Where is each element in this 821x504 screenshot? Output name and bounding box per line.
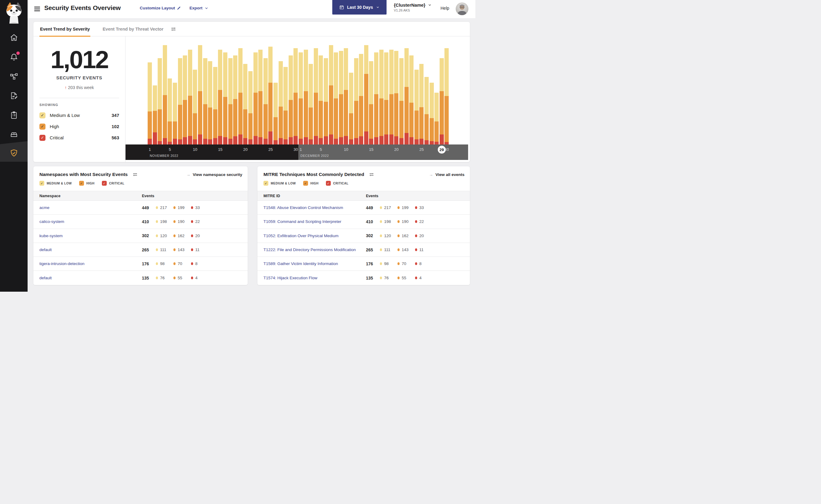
tab-event-trend-by-severity[interactable]: Event Trend by Severity bbox=[39, 22, 90, 36]
date-range-button[interactable]: Last 30 Days bbox=[332, 0, 387, 15]
stacked-bar-day-nov-26[interactable] bbox=[274, 83, 278, 144]
stacked-bar-day-dec-26[interactable] bbox=[424, 77, 429, 144]
severity-checkbox[interactable]: ✓ bbox=[39, 181, 44, 186]
stacked-bar-day-dec-30[interactable] bbox=[444, 48, 449, 144]
stacked-bar-day-nov-5[interactable] bbox=[168, 78, 172, 145]
stacked-bar-day-dec-14[interactable] bbox=[364, 45, 368, 144]
stacked-bar-day-dec-16[interactable] bbox=[374, 52, 378, 144]
stacked-bar-day-dec-23[interactable] bbox=[409, 55, 414, 145]
stacked-bar-day-nov-7[interactable] bbox=[178, 58, 182, 144]
stacked-bar-day-dec-13[interactable] bbox=[359, 54, 363, 144]
severity-checkbox[interactable]: ✓ bbox=[303, 181, 308, 186]
sidebar-item-service-graph[interactable] bbox=[0, 67, 28, 86]
stacked-bar-day-dec-17[interactable] bbox=[379, 50, 384, 145]
mitre-settings-button[interactable] bbox=[369, 172, 374, 177]
chart-plot[interactable] bbox=[125, 36, 470, 144]
mitre-technique-link[interactable]: T1589: Gather Victim Identity Informatio… bbox=[258, 261, 366, 266]
customize-layout-button[interactable]: Customize Layout bbox=[140, 6, 181, 10]
mitre-technique-link[interactable]: T1059: Command and Scripting Interpreter bbox=[258, 219, 366, 224]
stacked-bar-day-dec-1[interactable] bbox=[299, 52, 303, 144]
stacked-bar-day-dec-24[interactable] bbox=[414, 70, 419, 144]
stacked-bar-day-nov-18[interactable] bbox=[233, 55, 238, 144]
sidebar-item-threat-defense[interactable] bbox=[0, 144, 28, 162]
stacked-bar-day-dec-28[interactable] bbox=[434, 93, 439, 144]
sidebar-item-policies[interactable] bbox=[0, 86, 28, 105]
stacked-bar-day-dec-11[interactable] bbox=[349, 73, 353, 144]
trend-settings-button[interactable] bbox=[171, 26, 176, 32]
user-avatar[interactable] bbox=[456, 2, 468, 15]
severity-checkbox[interactable]: ✓ bbox=[79, 181, 84, 186]
severity-checkbox[interactable]: ✓ bbox=[326, 181, 331, 186]
stacked-bar-day-nov-27[interactable] bbox=[279, 61, 283, 144]
stacked-bar-day-nov-30[interactable] bbox=[294, 48, 298, 144]
severity-checkbox[interactable]: ✓ bbox=[39, 135, 45, 141]
sidebar-item-home[interactable] bbox=[0, 28, 28, 47]
stacked-bar-day-dec-2[interactable] bbox=[304, 50, 308, 145]
severity-checkbox[interactable]: ✓ bbox=[39, 112, 45, 118]
stacked-bar-day-dec-20[interactable] bbox=[394, 51, 398, 144]
stacked-bar-day-dec-21[interactable] bbox=[399, 58, 404, 144]
stacked-bar-day-nov-10[interactable] bbox=[193, 70, 197, 144]
namespace-link[interactable]: default bbox=[33, 247, 142, 252]
stacked-bar-day-dec-10[interactable] bbox=[344, 48, 348, 144]
stacked-bar-day-dec-3[interactable] bbox=[309, 64, 313, 144]
sidebar-item-alerts[interactable] bbox=[0, 47, 28, 67]
stacked-bar-day-nov-2[interactable] bbox=[153, 85, 157, 144]
severity-checkbox[interactable]: ✓ bbox=[39, 124, 45, 130]
stacked-bar-day-nov-23[interactable] bbox=[258, 50, 263, 145]
namespace-link[interactable]: default bbox=[33, 276, 142, 280]
stacked-bar-day-nov-3[interactable] bbox=[158, 58, 162, 144]
stacked-bar-day-nov-6[interactable] bbox=[173, 83, 177, 144]
namespaces-settings-button[interactable] bbox=[132, 172, 138, 177]
stacked-bar-day-nov-17[interactable] bbox=[228, 58, 233, 144]
export-button[interactable]: Export bbox=[189, 6, 209, 10]
stacked-bar-day-nov-24[interactable] bbox=[264, 58, 268, 144]
stacked-bar-day-nov-15[interactable] bbox=[218, 50, 222, 145]
stacked-bar-day-nov-16[interactable] bbox=[223, 52, 228, 144]
hamburger-menu-icon[interactable] bbox=[33, 5, 41, 13]
severity-checkbox[interactable]: ✓ bbox=[264, 181, 268, 186]
stacked-bar-day-nov-4[interactable] bbox=[163, 45, 167, 144]
stacked-bar-day-dec-9[interactable] bbox=[339, 51, 343, 144]
stacked-bar-day-dec-19[interactable] bbox=[389, 50, 394, 145]
stacked-bar-day-nov-13[interactable] bbox=[208, 61, 212, 144]
stacked-bar-day-dec-29[interactable] bbox=[440, 58, 444, 144]
stacked-bar-day-dec-7[interactable] bbox=[329, 45, 333, 144]
stacked-bar-day-dec-15[interactable] bbox=[369, 61, 373, 145]
stacked-bar-day-nov-29[interactable] bbox=[289, 55, 293, 145]
stacked-bar-day-nov-25[interactable] bbox=[268, 47, 273, 144]
stacked-bar-day-dec-6[interactable] bbox=[324, 58, 328, 144]
namespace-link[interactable]: tigera-intrusion-detection bbox=[33, 261, 142, 266]
stacked-bar-day-dec-5[interactable] bbox=[319, 55, 323, 144]
severity-checkbox[interactable]: ✓ bbox=[102, 181, 107, 186]
namespace-link[interactable]: calico-system bbox=[33, 219, 142, 224]
stacked-bar-day-nov-12[interactable] bbox=[203, 58, 208, 144]
mitre-technique-link[interactable]: T1222: File and Directory Permissions Mo… bbox=[258, 247, 366, 252]
help-link[interactable]: Help bbox=[440, 6, 449, 11]
calico-cat-logo[interactable] bbox=[2, 1, 26, 24]
stacked-bar-day-nov-22[interactable] bbox=[254, 52, 258, 144]
mitre-technique-link[interactable]: T1052: Exfiltration Over Physical Medium bbox=[258, 234, 366, 238]
namespace-link[interactable]: acme bbox=[33, 205, 142, 210]
stacked-bar-day-dec-8[interactable] bbox=[334, 52, 338, 144]
stacked-bar-day-nov-9[interactable] bbox=[188, 50, 192, 145]
cluster-selector[interactable]: {ClusterName} V1.26 AKS bbox=[394, 2, 432, 12]
view-namespace-security-link[interactable]: → View namespace security bbox=[186, 172, 242, 177]
stacked-bar-day-nov-11[interactable] bbox=[198, 45, 202, 144]
view-all-events-link[interactable]: → View all events bbox=[429, 172, 464, 177]
stacked-bar-day-nov-28[interactable] bbox=[284, 67, 288, 144]
mitre-technique-link[interactable]: T1548: Abuse Elevation Control Mechanism bbox=[258, 205, 366, 210]
sidebar-item-compliance[interactable] bbox=[0, 105, 28, 125]
mitre-technique-link[interactable]: T1574: Hijack Execution Flow bbox=[258, 276, 366, 280]
namespace-link[interactable]: kube-system bbox=[33, 234, 142, 238]
stacked-bar-day-nov-8[interactable] bbox=[183, 55, 187, 145]
stacked-bar-day-nov-19[interactable] bbox=[238, 48, 243, 144]
stacked-bar-day-nov-1[interactable] bbox=[148, 62, 152, 144]
stacked-bar-day-nov-21[interactable] bbox=[248, 71, 253, 144]
stacked-bar-day-dec-18[interactable] bbox=[384, 52, 388, 144]
stacked-bar-day-nov-20[interactable] bbox=[243, 64, 248, 144]
stacked-bar-day-nov-14[interactable] bbox=[213, 67, 218, 144]
stacked-bar-day-dec-25[interactable] bbox=[419, 64, 424, 144]
tab-event-trend-by-threat-vector[interactable]: Event Trend by Threat Vector bbox=[102, 22, 164, 36]
stacked-bar-day-dec-4[interactable] bbox=[314, 48, 318, 144]
